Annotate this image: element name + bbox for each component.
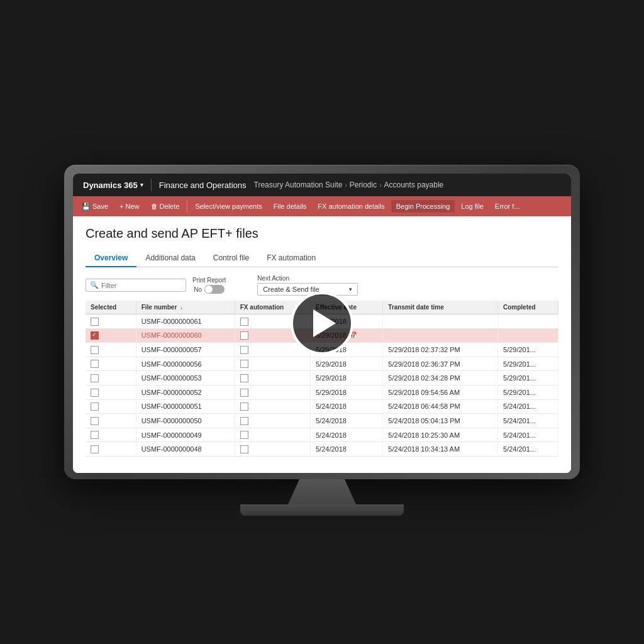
cell-effective-date: 5/29/2018: [310, 357, 382, 371]
fx-checkbox[interactable]: [240, 402, 248, 411]
cell-file-number: USMF-0000000049: [136, 428, 235, 442]
cell-transmit-date: 5/29/2018 02:34:28 PM: [383, 371, 498, 386]
chevron-down-icon: ▾: [349, 286, 352, 292]
cell-completed: 5/29/201...: [498, 385, 558, 399]
save-button[interactable]: 💾 Save: [77, 200, 113, 213]
fx-checkbox[interactable]: [240, 445, 248, 453]
fx-checkbox[interactable]: [240, 331, 248, 340]
select-payments-button[interactable]: Select/view payments: [190, 200, 267, 213]
cell-file-number: USMF-0000000061: [136, 314, 235, 329]
cell-file-number: USMF-0000000057: [136, 343, 235, 357]
screen: Dynamics 365 ▾ Finance and Operations Tr…: [73, 174, 571, 473]
begin-processing-button[interactable]: Begin Processing: [391, 200, 455, 213]
cell-transmit-date: [383, 328, 498, 343]
cell-file-number: USMF-0000000060: [136, 328, 235, 343]
table-row[interactable]: USMF-00000000535/29/20185/29/2018 02:34:…: [86, 371, 558, 386]
next-action-label: Next Action: [257, 275, 358, 282]
play-button[interactable]: [291, 292, 353, 355]
new-button[interactable]: + New: [114, 200, 145, 213]
tab-control-file[interactable]: Control file: [204, 250, 258, 267]
cell-completed: [498, 314, 558, 329]
tab-overview[interactable]: Overview: [86, 250, 136, 267]
play-icon: [313, 309, 336, 337]
cell-transmit-date: 5/29/2018 09:54:56 AM: [383, 385, 498, 399]
row-checkbox[interactable]: [91, 389, 99, 397]
stand-neck: [284, 479, 360, 504]
fx-checkbox[interactable]: [240, 318, 248, 326]
filter-input[interactable]: [101, 282, 182, 289]
cell-completed: [498, 328, 558, 343]
stand-base: [240, 504, 404, 516]
cell-transmit-date: 5/24/2018 06:44:58 PM: [383, 399, 498, 414]
fx-automation-button[interactable]: FX automation details: [313, 200, 389, 213]
print-report-label: Print Report: [192, 277, 226, 284]
row-checkbox[interactable]: [91, 445, 99, 453]
row-checkbox[interactable]: [91, 402, 99, 411]
delete-button[interactable]: 🗑 Delete: [146, 200, 185, 213]
fx-checkbox[interactable]: [240, 360, 248, 368]
cell-transmit-date: 5/29/2018 02:36:37 PM: [383, 357, 498, 371]
col-selected: Selected: [86, 301, 136, 314]
cell-effective-date: 5/24/2018: [310, 399, 382, 414]
cell-completed: 5/24/201...: [498, 414, 558, 428]
table-row[interactable]: USMF-00000000505/24/20185/24/2018 05:04:…: [86, 414, 558, 428]
error-button[interactable]: Error f...: [490, 200, 525, 213]
fx-checkbox[interactable]: [240, 346, 248, 354]
col-file-number[interactable]: File number ↓: [136, 301, 235, 314]
cell-effective-date: 5/29/2018: [310, 371, 382, 386]
tab-fx-automation[interactable]: FX automation: [258, 250, 325, 267]
print-report-toggle[interactable]: [204, 285, 225, 294]
search-icon: 🔍: [90, 281, 99, 289]
fx-checkbox[interactable]: [240, 431, 248, 439]
file-details-button[interactable]: File details: [269, 200, 312, 213]
log-file-button[interactable]: Log file: [456, 200, 488, 213]
row-checkbox[interactable]: [91, 417, 99, 425]
fx-checkbox[interactable]: [240, 374, 248, 382]
cell-completed: 5/29/201...: [498, 357, 558, 371]
next-action-select[interactable]: Create & Send file ▾: [257, 283, 358, 296]
cell-effective-date: 5/29/2018: [310, 385, 382, 399]
print-report-group: Print Report No: [192, 277, 226, 294]
breadcrumb-sep1: ›: [345, 182, 347, 189]
cell-file-number: USMF-0000000050: [136, 414, 235, 428]
cell-transmit-date: [383, 314, 498, 329]
cell-completed: 5/24/201...: [498, 442, 558, 457]
dynamics-label: Dynamics 365: [83, 180, 138, 190]
table-row[interactable]: USMF-00000000525/29/20185/29/2018 09:54:…: [86, 385, 558, 399]
table-row[interactable]: USMF-00000000565/29/20185/29/2018 02:36:…: [86, 357, 558, 371]
scene: Dynamics 365 ▾ Finance and Operations Tr…: [64, 165, 580, 504]
toggle-knob: [205, 286, 213, 293]
toolbar-sep1: [187, 200, 187, 213]
sort-icon: ↓: [180, 305, 182, 311]
fx-checkbox[interactable]: [240, 389, 248, 397]
col-transmit-date: Transmit date time: [383, 301, 498, 314]
cell-file-number: USMF-0000000053: [136, 371, 235, 386]
cell-file-number: USMF-0000000051: [136, 399, 235, 414]
row-checkbox[interactable]: [91, 374, 99, 382]
cell-completed: 5/29/201...: [498, 343, 558, 357]
table-row[interactable]: USMF-00000000515/24/20185/24/2018 06:44:…: [86, 399, 558, 414]
table-row[interactable]: USMF-00000000495/24/20185/24/2018 10:25:…: [86, 428, 558, 442]
tab-additional-data[interactable]: Additional data: [136, 250, 204, 267]
row-checkbox[interactable]: [91, 360, 99, 368]
filter-box[interactable]: 🔍: [86, 279, 186, 292]
cell-completed: 5/24/201...: [498, 428, 558, 442]
breadcrumb-suite: Treasury Automation Suite: [254, 180, 343, 189]
cell-transmit-date: 5/24/2018 05:04:13 PM: [383, 414, 498, 428]
device-frame: Dynamics 365 ▾ Finance and Operations Tr…: [64, 165, 580, 479]
toolbar: 💾 Save + New 🗑 Delete Select/view paymen…: [73, 196, 571, 216]
row-checkbox[interactable]: [91, 331, 99, 340]
row-checkbox[interactable]: [91, 431, 99, 439]
table-row[interactable]: USMF-00000000485/24/20185/24/2018 10:34:…: [86, 442, 558, 457]
breadcrumb-periodic: Periodic: [350, 180, 377, 189]
cell-transmit-date: 5/24/2018 10:25:30 AM: [383, 428, 498, 442]
row-checkbox[interactable]: [91, 318, 99, 326]
breadcrumb: Treasury Automation Suite › Periodic › A…: [254, 180, 567, 189]
save-icon: 💾: [82, 203, 91, 211]
dynamics-nav[interactable]: Dynamics 365 ▾: [78, 180, 148, 190]
delete-icon: 🗑: [151, 203, 158, 210]
row-checkbox[interactable]: [91, 346, 99, 354]
cell-transmit-date: 5/24/2018 10:34:13 AM: [383, 442, 498, 457]
cell-completed: 5/24/201...: [498, 399, 558, 414]
fx-checkbox[interactable]: [240, 417, 248, 425]
